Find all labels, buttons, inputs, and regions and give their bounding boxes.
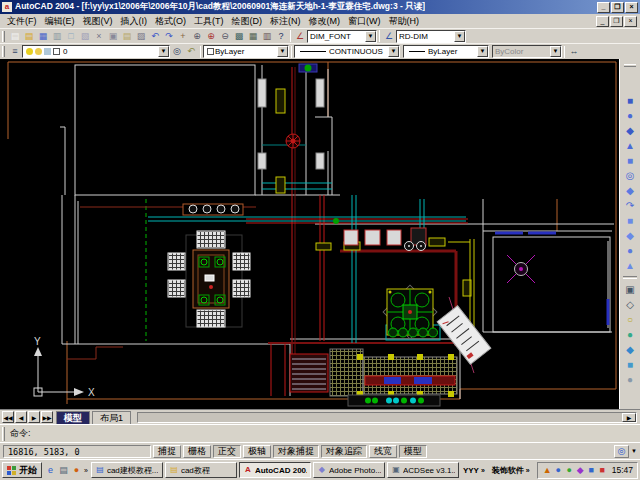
make-object-layer-current-icon[interactable]: ◎ bbox=[170, 45, 184, 58]
layer-previous-icon[interactable]: ↶ bbox=[184, 45, 198, 58]
print-preview-icon[interactable]: □ bbox=[64, 30, 78, 43]
quick-launch-overflow-chevron[interactable]: » bbox=[83, 467, 89, 474]
dim-font-dropdown[interactable]: DIM_FONT ▼ bbox=[307, 30, 377, 43]
dim-style-icon[interactable]: ∠ bbox=[293, 30, 307, 43]
command-line[interactable]: 命令: bbox=[0, 424, 640, 442]
zoom-realtime-icon[interactable]: ⊕ bbox=[190, 30, 204, 43]
slice-icon[interactable]: ■ bbox=[622, 213, 639, 228]
dropdown-arrow-icon[interactable]: ▼ bbox=[388, 46, 399, 57]
close-button[interactable]: × bbox=[625, 2, 638, 13]
fog-icon[interactable]: ● bbox=[622, 372, 639, 387]
media-player-icon[interactable]: ● bbox=[70, 464, 83, 477]
match-properties-icon[interactable]: ▨ bbox=[134, 30, 148, 43]
status-tray-arrow-icon[interactable]: ▼ bbox=[631, 448, 637, 454]
pan-icon[interactable]: + bbox=[176, 30, 190, 43]
tab-prev-button[interactable]: ◀ bbox=[15, 411, 27, 423]
lights-icon[interactable]: ○ bbox=[622, 312, 639, 327]
taskbar-item-photoshop[interactable]: ◆ Adobe Photo... bbox=[313, 462, 385, 478]
command-window-grip[interactable] bbox=[2, 427, 5, 441]
toolbar-overflow-chevron[interactable]: » bbox=[525, 467, 531, 474]
extrude-icon[interactable]: ◆ bbox=[622, 183, 639, 198]
scrollbar-right-arrow[interactable]: ▶ bbox=[622, 413, 636, 422]
tab-model[interactable]: 模型 bbox=[56, 411, 90, 424]
show-desktop-icon[interactable]: ▤ bbox=[57, 464, 70, 477]
menu-modify[interactable]: 修改(M) bbox=[305, 15, 345, 28]
revolve-icon[interactable]: ↷ bbox=[622, 198, 639, 213]
toolbar-overflow-chevron[interactable]: » bbox=[480, 467, 486, 474]
floor-plan-drawing[interactable]: Y X bbox=[0, 59, 620, 409]
menu-insert[interactable]: 插入(I) bbox=[117, 15, 152, 28]
mapping-icon[interactable]: ◆ bbox=[622, 342, 639, 357]
menu-edit[interactable]: 编辑(E) bbox=[41, 15, 79, 28]
copy-icon[interactable]: ▣ bbox=[106, 30, 120, 43]
properties-icon[interactable]: ▩ bbox=[232, 30, 246, 43]
save-icon[interactable]: ▦ bbox=[36, 30, 50, 43]
restore-button[interactable]: ❐ bbox=[611, 2, 624, 13]
menu-window[interactable]: 窗口(W) bbox=[344, 15, 385, 28]
taskbar-item-cad-modeling[interactable]: ▤ cad建模教程... bbox=[91, 462, 163, 478]
taskbar-item-acdsee[interactable]: ▣ ACDSee v3.1... bbox=[387, 462, 459, 478]
ie-icon[interactable]: e bbox=[44, 464, 57, 477]
dropdown-arrow-icon[interactable]: ▼ bbox=[158, 46, 169, 57]
menu-view[interactable]: 视图(V) bbox=[79, 15, 117, 28]
horizontal-scrollbar[interactable]: ▶ bbox=[137, 412, 637, 423]
plot-icon[interactable]: ▥ bbox=[50, 30, 64, 43]
layer-properties-icon[interactable]: ≡ bbox=[8, 45, 22, 58]
dim-linear-icon[interactable]: ↔ bbox=[567, 45, 581, 58]
input-method-icon[interactable]: ■ bbox=[597, 464, 608, 477]
otrack-toggle[interactable]: 对象追踪 bbox=[321, 445, 367, 458]
menu-dimension[interactable]: 标注(N) bbox=[266, 15, 305, 28]
zoom-previous-icon[interactable]: ⊖ bbox=[218, 30, 232, 43]
volume-icon[interactable]: ● bbox=[553, 464, 564, 477]
interfere-icon[interactable]: ● bbox=[622, 243, 639, 258]
snap-toggle[interactable]: 捕捉 bbox=[153, 445, 181, 458]
ortho-toggle[interactable]: 正交 bbox=[213, 445, 241, 458]
render-icon[interactable]: ▣ bbox=[622, 282, 639, 297]
dropdown-arrow-icon[interactable]: ▼ bbox=[477, 46, 488, 57]
menu-draw[interactable]: 绘图(D) bbox=[228, 15, 267, 28]
doc-close-button[interactable]: × bbox=[624, 16, 637, 27]
grid-toggle[interactable]: 栅格 bbox=[183, 445, 211, 458]
dropdown-arrow-icon[interactable]: ▼ bbox=[277, 46, 288, 57]
torus-icon[interactable]: ◎ bbox=[622, 168, 639, 183]
lineweight-toggle[interactable]: 线宽 bbox=[369, 445, 397, 458]
tab-layout1[interactable]: 布局1 bbox=[92, 411, 131, 424]
publish-icon[interactable]: ▧ bbox=[78, 30, 92, 43]
redo-icon[interactable]: ↷ bbox=[162, 30, 176, 43]
polar-toggle[interactable]: 极轴 bbox=[243, 445, 271, 458]
start-button[interactable]: 开始 bbox=[2, 462, 42, 478]
drawing-area[interactable]: Y X ■●◆▲■◎◆↷■◆●▲ ▣◇○●◆■● bbox=[0, 59, 640, 409]
tab-first-button[interactable]: ◀◀ bbox=[2, 411, 14, 423]
taskbar-item-autocad[interactable]: A AutoCAD 200... bbox=[239, 462, 311, 478]
materials-icon[interactable]: ● bbox=[622, 327, 639, 342]
doc-minimize-button[interactable]: _ bbox=[596, 16, 609, 27]
cut-icon[interactable]: × bbox=[92, 30, 106, 43]
menu-format[interactable]: 格式(O) bbox=[151, 15, 190, 28]
menu-help[interactable]: 帮助(H) bbox=[385, 15, 424, 28]
layer-dropdown[interactable]: 0 ▼ bbox=[22, 45, 170, 58]
graphics-tray-icon[interactable]: ▲ bbox=[542, 464, 553, 477]
menu-file[interactable]: 文件(F) bbox=[3, 15, 41, 28]
desktop-toolbar-yyy[interactable]: YYY » bbox=[461, 466, 488, 475]
open-file-icon[interactable]: ▤ bbox=[22, 30, 36, 43]
section-icon[interactable]: ◆ bbox=[622, 228, 639, 243]
antivirus-icon[interactable]: ■ bbox=[586, 464, 597, 477]
sphere-icon[interactable]: ● bbox=[622, 108, 639, 123]
lineweight-dropdown[interactable]: ByLayer ▼ bbox=[403, 45, 489, 58]
dropdown-arrow-icon[interactable]: ▼ bbox=[454, 31, 465, 42]
toolbar-grip[interactable] bbox=[2, 31, 5, 42]
tab-last-button[interactable]: ▶▶ bbox=[41, 411, 53, 423]
wedge-icon[interactable]: ◆ bbox=[622, 123, 639, 138]
scenes-icon[interactable]: ◇ bbox=[622, 297, 639, 312]
cylinder-icon[interactable]: ■ bbox=[622, 153, 639, 168]
zoom-window-icon[interactable]: ⊕ bbox=[204, 30, 218, 43]
help-icon[interactable]: ? bbox=[274, 30, 288, 43]
toolbar-grip[interactable] bbox=[624, 64, 636, 67]
new-file-icon[interactable]: ▤ bbox=[8, 30, 22, 43]
dropdown-arrow-icon[interactable]: ▼ bbox=[365, 31, 376, 42]
setup-profile-icon[interactable]: ▲ bbox=[622, 258, 639, 273]
color-dropdown[interactable]: ByLayer ▼ bbox=[203, 45, 289, 58]
messenger-icon[interactable]: ● bbox=[564, 464, 575, 477]
paste-icon[interactable]: ▤ bbox=[120, 30, 134, 43]
cone-icon[interactable]: ▲ bbox=[622, 138, 639, 153]
